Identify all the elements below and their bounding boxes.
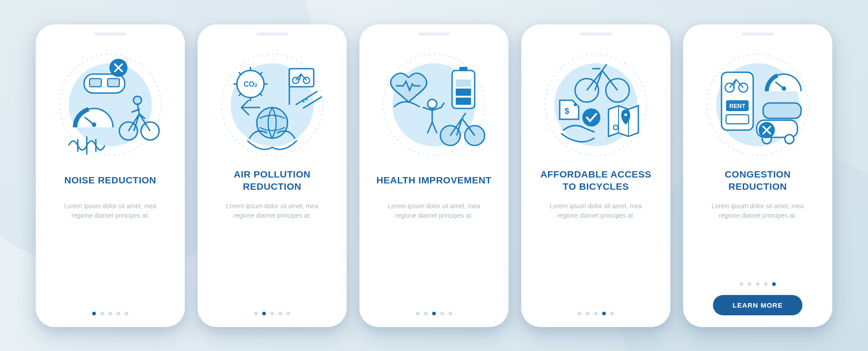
pagination-dot[interactable]: [254, 312, 258, 315]
pagination-dot[interactable]: [740, 282, 743, 286]
pagination-dots: [578, 312, 614, 315]
card-bottom: [207, 312, 338, 315]
noise-reduction-icon: [56, 51, 165, 159]
svg-point-46: [574, 103, 576, 106]
pagination-dot[interactable]: [448, 312, 452, 315]
card-description: Lorem ipsum dolor sit amet, mea regione …: [207, 201, 338, 221]
card-description: Lorem ipsum dolor sit amet, mea regione …: [692, 201, 823, 221]
card-title: NOISE REDUCTION: [60, 167, 161, 194]
pagination-dot[interactable]: [287, 312, 290, 315]
card-description: Lorem ipsum dolor sit amet, mea regione …: [530, 201, 661, 221]
pagination-dot[interactable]: [416, 312, 420, 315]
air-pollution-icon: CO₂: [218, 51, 326, 159]
svg-text:$: $: [565, 107, 569, 116]
pagination-dot[interactable]: [125, 312, 128, 315]
onboarding-card-affordable: $ AFFORDABLE ACCESS TO BICYCLES Lorem ip…: [521, 24, 670, 327]
pagination-dot[interactable]: [440, 312, 444, 315]
card-bottom: [45, 312, 176, 315]
health-improvement-icon: [380, 51, 488, 159]
svg-rect-27: [289, 69, 314, 87]
card-title: AIR POLLUTION REDUCTION: [207, 167, 338, 194]
card-title: AFFORDABLE ACCESS TO BICYCLES: [530, 167, 661, 194]
svg-point-39: [428, 99, 437, 108]
pagination-dot[interactable]: [424, 312, 428, 315]
pagination-dot[interactable]: [594, 312, 598, 315]
pagination-dots: [740, 282, 776, 286]
svg-rect-4: [108, 79, 119, 87]
svg-line-21: [239, 72, 241, 75]
pagination-dot[interactable]: [278, 312, 282, 315]
pagination-dot[interactable]: [578, 312, 581, 315]
onboarding-card-congestion: RENT CONGESTION REDUCTION Lorem ipsum do…: [683, 24, 832, 327]
card-bottom: [368, 312, 500, 315]
pagination-dot[interactable]: [108, 312, 112, 315]
pagination-dot[interactable]: [602, 312, 606, 315]
pagination-dot[interactable]: [432, 312, 436, 315]
pagination-dot[interactable]: [270, 312, 274, 315]
card-title: CONGESTION REDUCTION: [692, 167, 823, 194]
svg-rect-37: [456, 89, 471, 96]
svg-point-51: [624, 113, 627, 116]
pagination-dot[interactable]: [610, 312, 614, 315]
pagination-dot[interactable]: [100, 312, 104, 315]
learn-more-button[interactable]: LEARN MORE: [713, 295, 803, 315]
affordable-bicycles-icon: $: [542, 51, 650, 159]
pagination-dots: [416, 312, 452, 315]
pagination-dot[interactable]: [117, 312, 120, 315]
svg-point-30: [257, 108, 288, 138]
svg-rect-38: [456, 80, 471, 87]
pagination-dot[interactable]: [756, 282, 760, 286]
svg-rect-63: [763, 103, 801, 118]
onboarding-card-air: CO₂ AIR POLLUTION REDUCTION Lorem ip: [198, 24, 347, 327]
pagination-dot[interactable]: [92, 312, 96, 315]
pagination-dot[interactable]: [586, 312, 590, 315]
onboarding-card-noise: NOISE REDUCTION Lorem ipsum dolor sit am…: [36, 24, 185, 327]
svg-rect-36: [456, 98, 471, 105]
card-bottom: LEARN MORE: [692, 282, 823, 315]
svg-rect-3: [90, 79, 101, 87]
pagination-dot[interactable]: [262, 312, 266, 315]
pagination-dots: [92, 312, 128, 315]
pagination-dot[interactable]: [748, 282, 751, 286]
svg-point-48: [582, 108, 600, 126]
onboarding-card-health: HEALTH IMPROVEMENT Lorem ipsum dolor sit…: [359, 24, 509, 327]
pagination-dots: [254, 312, 290, 315]
card-description: Lorem ipsum dolor sit amet, mea regione …: [45, 201, 176, 221]
card-bottom: [530, 312, 661, 315]
pagination-dot[interactable]: [772, 282, 776, 286]
svg-text:CO₂: CO₂: [244, 80, 257, 88]
pagination-dot[interactable]: [764, 282, 768, 286]
svg-text:RENT: RENT: [729, 103, 745, 109]
card-description: Lorem ipsum dolor sit amet, mea regione …: [368, 201, 500, 221]
card-title: HEALTH IMPROVEMENT: [372, 167, 496, 194]
congestion-reduction-icon: RENT: [703, 51, 812, 159]
svg-rect-35: [459, 67, 467, 70]
svg-point-66: [785, 135, 794, 144]
svg-point-10: [133, 96, 142, 104]
onboarding-phones-row: NOISE REDUCTION Lorem ipsum dolor sit am…: [36, 24, 832, 327]
